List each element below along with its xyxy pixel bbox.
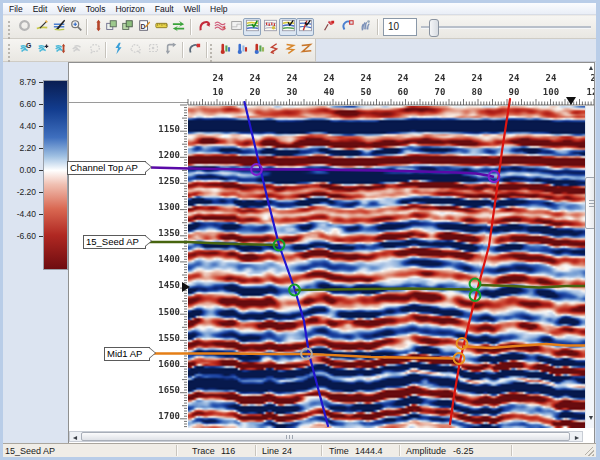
colorbar-label: -6.60	[6, 231, 36, 241]
hand-tool-button[interactable]	[356, 18, 374, 36]
menu-tools[interactable]: Tools	[81, 3, 111, 15]
colorbar-tick	[39, 192, 43, 193]
fault-display-on-button[interactable]	[296, 18, 314, 36]
colorbar-label: 8.79	[6, 77, 36, 87]
menu-help[interactable]: Help	[205, 3, 232, 15]
probe-button[interactable]	[338, 18, 356, 36]
toolbar-grip	[210, 42, 213, 58]
callout-15-seed-ap[interactable]: 15_Seed AP	[83, 235, 146, 249]
status-time-label: Time	[329, 446, 349, 456]
line-number-label: 24	[472, 73, 483, 83]
scroll-right-icon[interactable]: ►	[572, 433, 582, 442]
seed-add-icon	[37, 41, 50, 59]
toolbar-separator	[86, 19, 88, 35]
line-number-label: 24	[398, 73, 409, 83]
statusbar-separator	[511, 445, 513, 456]
duplicate-view-button[interactable]	[118, 18, 136, 36]
section-display-on-icon	[246, 18, 259, 36]
section-picks-icon	[264, 18, 277, 36]
toolbar-grip	[8, 19, 11, 35]
scroll-down-icon[interactable]: ▼	[585, 414, 595, 422]
lasso-disabled-icon	[89, 41, 102, 59]
colorbar-label: 2.20	[6, 143, 36, 153]
seismic-image[interactable]	[188, 106, 585, 428]
seed-grid-icon: G	[19, 41, 32, 59]
edit-pencil-lines-button[interactable]	[50, 18, 68, 36]
zigzag-large-button[interactable]	[297, 41, 315, 59]
colorbar-label: -2.20	[6, 187, 36, 197]
svg-text:G: G	[25, 42, 30, 49]
vertical-scrollbar[interactable]	[585, 106, 595, 428]
toolbar-separator	[190, 19, 192, 35]
swap-arrows-button[interactable]	[169, 18, 187, 36]
horizontal-scrollbar[interactable]: ◄ ►	[69, 431, 583, 442]
menu-well[interactable]: Well	[179, 3, 205, 15]
vertical-scrollbar-thumb[interactable]	[585, 177, 595, 229]
menu-bar: FileEditViewToolsHorizonFaultWellHelp	[3, 3, 596, 15]
record-disabled-button[interactable]	[15, 18, 33, 36]
window-resize-grip[interactable]	[585, 447, 594, 456]
lasso-disabled-button[interactable]	[86, 41, 104, 59]
line-number-label: 24	[509, 73, 520, 83]
thermometer-blue-button[interactable]	[232, 41, 250, 59]
trace-number-label: 30	[287, 87, 298, 97]
seed-add-button[interactable]	[34, 41, 52, 59]
menu-fault[interactable]: Fault	[150, 3, 179, 15]
corner-arrow-button[interactable]	[162, 41, 180, 59]
axis-corner-divider	[69, 102, 188, 103]
copy-view-icon	[105, 18, 118, 36]
pick-pencil-button[interactable]	[33, 18, 51, 36]
statusbar-separator	[255, 445, 257, 456]
time-label: 1200	[146, 150, 180, 160]
menu-file[interactable]: File	[4, 3, 28, 15]
colorbar-label: 0.00	[6, 165, 36, 175]
scale-input[interactable]: 10	[383, 18, 417, 36]
callout-mid1-ap[interactable]: Mid1 AP	[104, 347, 150, 361]
ruler-button[interactable]	[152, 18, 170, 36]
window-content: FileEditViewToolsHorizonFaultWellHelp D1…	[3, 3, 596, 456]
toolbar-tracking: G	[3, 39, 316, 62]
scroll-left-icon[interactable]: ◄	[70, 433, 80, 442]
thermometer-red-button[interactable]	[215, 41, 233, 59]
line-number-label: 24	[361, 73, 372, 83]
pin-button[interactable]	[319, 18, 337, 36]
snap-icon	[112, 41, 125, 59]
zoom-slider-handle[interactable]	[429, 19, 439, 37]
seed-extent-button[interactable]	[51, 41, 69, 59]
horizon-display-on-button[interactable]	[279, 18, 297, 36]
tracker-button[interactable]	[185, 41, 203, 59]
polygon-disabled-button[interactable]	[126, 41, 144, 59]
edit-document-button[interactable]: D	[135, 18, 153, 36]
seed-disabled-button[interactable]	[68, 41, 86, 59]
callout-channel-top-ap[interactable]: Channel Top AP	[67, 161, 146, 175]
status-amplitude-value: -6.25	[453, 446, 474, 456]
zoom-in-icon	[70, 18, 83, 36]
time-label: 1250	[146, 176, 180, 186]
snap-button[interactable]	[109, 41, 127, 59]
status-active-horizon: 15_Seed AP	[5, 446, 55, 456]
line-number-label: 24	[213, 73, 224, 83]
section-display-on-button[interactable]	[243, 18, 261, 36]
window-frame: FileEditViewToolsHorizonFaultWellHelp D1…	[0, 0, 600, 460]
colorbar-tick	[39, 236, 43, 237]
scroll-up-icon[interactable]: ▲	[585, 64, 595, 72]
zigzag-large-icon	[300, 41, 313, 59]
zoom-slider[interactable]	[421, 18, 591, 36]
seed-grid-button[interactable]: G	[16, 41, 34, 59]
menu-edit[interactable]: Edit	[28, 3, 53, 15]
edit-pencil-lines-icon	[53, 18, 66, 36]
horizontal-scrollbar-thumb[interactable]	[81, 432, 570, 441]
colorbar-tick	[39, 148, 43, 149]
menu-horizon[interactable]: Horizon	[110, 3, 149, 15]
zoom-in-button[interactable]	[67, 18, 85, 36]
top-ruler	[188, 99, 594, 105]
section-picks-button[interactable]	[261, 18, 279, 36]
menu-view[interactable]: View	[52, 3, 80, 15]
seismic-view-panel: ▲ ▼ ◄ ► 24102420243024402450246024702480…	[68, 62, 595, 444]
region-disabled-icon	[147, 41, 160, 59]
region-disabled-button[interactable]	[144, 41, 162, 59]
probe-icon	[341, 18, 354, 36]
trace-number-label: 60	[398, 87, 409, 97]
callout-pointer	[149, 347, 156, 359]
callout-pointer	[145, 235, 152, 247]
